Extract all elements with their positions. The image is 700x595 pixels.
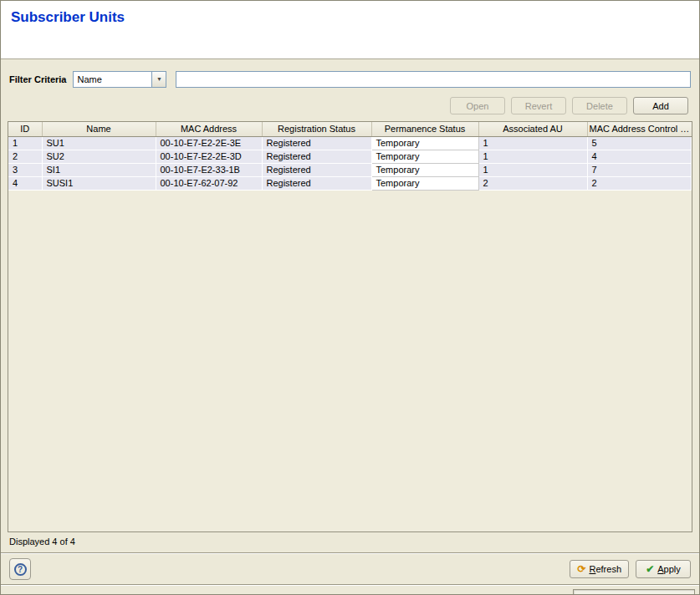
table-cell[interactable]: Temporary [371,150,478,163]
table-cell: 3 [8,163,42,176]
footer-bar: ? ⟳ Refresh ✔ Apply [1,554,699,584]
table-row[interactable]: 2SU200-10-E7-E2-2E-3DRegisteredTemporary… [8,150,692,163]
table-cell: 00-10-E7-E2-2E-3E [156,136,262,150]
page-title: Subscriber Units [11,9,689,26]
table-cell: Registered [262,163,371,176]
table-cell: 7 [587,163,692,176]
table-cell: SU1 [42,136,156,150]
table-cell: 1 [8,136,42,150]
filter-input[interactable] [176,71,691,88]
filter-row: Filter Criteria Name ▼ [9,70,691,88]
table-cell: 00-10-E7-E2-2E-3D [156,150,262,163]
column-header-name[interactable]: Name [42,122,156,136]
refresh-button[interactable]: ⟳ Refresh [570,560,629,578]
title-area: Subscriber Units [1,1,699,59]
table-row[interactable]: 3SI100-10-E7-E2-33-1BRegisteredTemporary… [8,163,692,176]
table-cell: SU2 [42,150,156,163]
revert-button[interactable]: Revert [511,97,566,114]
table-cell: Registered [262,150,371,163]
table-row[interactable]: 4SUSI100-10-E7-62-07-92RegisteredTempora… [8,176,692,190]
table-body: 1SU100-10-E7-E2-2E-3ERegisteredTemporary… [8,136,692,190]
footer-actions: ⟳ Refresh ✔ Apply [570,560,691,578]
filter-criteria-label: Filter Criteria [9,74,66,84]
table-cell[interactable]: Temporary [371,136,478,150]
help-button[interactable]: ? [9,558,31,580]
table-cell: 2 [8,150,42,163]
table-cell: SUSI1 [42,176,156,190]
toolbar: Open Revert Delete Add [9,97,688,114]
table-cell: Registered [262,176,371,190]
table-cell: 5 [587,136,692,150]
column-header-associated-au[interactable]: Associated AU [478,122,587,136]
open-button[interactable]: Open [450,97,505,114]
table-cell: Registered [262,136,371,150]
help-icon: ? [14,563,27,576]
table-cell: 00-10-E7-62-07-92 [156,176,262,190]
column-header-mac-address-control[interactable]: MAC Address Control N... [587,122,692,136]
table-cell: 00-10-E7-E2-33-1B [156,163,262,176]
chevron-down-icon[interactable]: ▼ [151,72,166,87]
table-cell: 1 [478,163,587,176]
checkmark-icon: ✔ [646,564,654,574]
table-cell: 4 [8,176,42,190]
subscriber-units-window: Subscriber Units Filter Criteria Name ▼ … [0,0,700,595]
status-bar [1,584,699,595]
refresh-icon: ⟳ [577,564,585,574]
apply-button[interactable]: ✔ Apply [636,560,691,578]
table-cell: 1 [478,136,587,150]
column-header-permanence-status[interactable]: Permanence Status [371,122,478,136]
table-cell: 4 [587,150,692,163]
table-cell: 1 [478,150,587,163]
filter-criteria-selected-value: Name [74,74,151,84]
refresh-button-label: Refresh [589,564,621,574]
table-cell: SI1 [42,163,156,176]
column-header-id[interactable]: ID [8,122,42,136]
displayed-count: Displayed 4 of 4 [9,537,691,548]
filter-criteria-dropdown[interactable]: Name ▼ [73,71,166,88]
table-header-row: ID Name MAC Address Registration Status … [8,122,692,136]
table-cell[interactable]: Temporary [371,163,478,176]
column-header-registration-status[interactable]: Registration Status [262,122,371,136]
table-row[interactable]: 1SU100-10-E7-E2-2E-3ERegisteredTemporary… [8,136,692,150]
subscriber-units-table-area: ID Name MAC Address Registration Status … [8,121,692,532]
add-button[interactable]: Add [633,97,688,114]
progress-indicator [573,589,695,595]
subscriber-units-table: ID Name MAC Address Registration Status … [8,122,692,191]
column-header-mac-address[interactable]: MAC Address [156,122,262,136]
table-cell: 2 [478,176,587,190]
table-cell: 2 [587,176,692,190]
delete-button[interactable]: Delete [572,97,627,114]
apply-button-label: Apply [657,564,681,574]
table-cell[interactable]: Temporary [371,176,478,190]
